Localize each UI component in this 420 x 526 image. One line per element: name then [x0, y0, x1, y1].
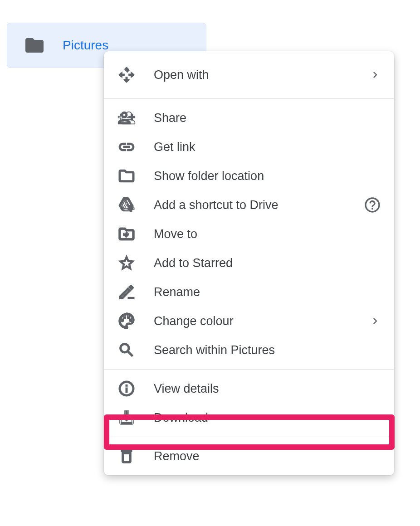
drive-shortcut-icon [117, 196, 145, 214]
menu-divider [104, 369, 394, 370]
menu-label: View details [145, 382, 219, 396]
folder-name: Pictures [63, 38, 108, 53]
menu-item-add-to-starred[interactable]: Add to Starred [104, 248, 394, 278]
menu-label: Rename [145, 285, 200, 299]
menu-divider [104, 437, 394, 437]
svg-rect-4 [128, 297, 134, 299]
menu-item-show-folder-location[interactable]: Show folder location [104, 161, 394, 190]
menu-item-add-shortcut[interactable]: Add a shortcut to Drive [104, 190, 394, 219]
menu-label: Add to Starred [145, 256, 233, 270]
menu-label: Open with [145, 68, 209, 82]
svg-point-6 [123, 317, 126, 319]
open-with-icon [117, 66, 145, 84]
person-add-icon [117, 109, 145, 127]
download-icon [117, 409, 145, 427]
menu-item-change-colour[interactable]: Change colour [104, 307, 394, 336]
search-icon [117, 341, 145, 359]
star-outline-icon [117, 254, 145, 272]
svg-point-7 [127, 317, 130, 319]
svg-point-5 [121, 320, 123, 322]
menu-label: Download [145, 411, 208, 425]
palette-icon [117, 312, 145, 330]
menu-label: Add a shortcut to Drive [145, 198, 278, 212]
context-menu: Open with Share Get link Show folder [104, 51, 394, 475]
menu-label: Share [145, 111, 186, 125]
menu-item-rename[interactable]: Rename [104, 278, 394, 307]
menu-item-get-link[interactable]: Get link [104, 132, 394, 161]
menu-label: Get link [145, 140, 195, 154]
menu-label: Move to [145, 227, 197, 241]
menu-label: Show folder location [145, 169, 264, 183]
menu-label: Search within Pictures [145, 343, 275, 357]
folder-move-icon [117, 225, 145, 243]
menu-item-search-within[interactable]: Search within Pictures [104, 336, 394, 365]
folder-icon [24, 34, 45, 56]
menu-divider [104, 98, 394, 99]
info-icon [117, 380, 145, 398]
trash-icon [117, 447, 145, 465]
rename-icon [117, 283, 145, 301]
menu-label: Change colour [145, 314, 234, 328]
menu-item-remove[interactable]: Remove [104, 442, 394, 471]
chevron-right-icon [369, 68, 381, 81]
svg-point-8 [130, 320, 132, 322]
menu-item-download[interactable]: Download [104, 403, 394, 432]
menu-item-share[interactable]: Share [104, 103, 394, 132]
menu-item-open-with[interactable]: Open with [104, 56, 394, 94]
menu-item-move-to[interactable]: Move to [104, 219, 394, 248]
menu-item-view-details[interactable]: View details [104, 374, 394, 403]
help-icon[interactable] [363, 196, 381, 214]
link-icon [117, 138, 145, 156]
menu-label: Remove [145, 449, 200, 463]
folder-outline-icon [117, 167, 145, 185]
chevron-right-icon [369, 315, 381, 327]
